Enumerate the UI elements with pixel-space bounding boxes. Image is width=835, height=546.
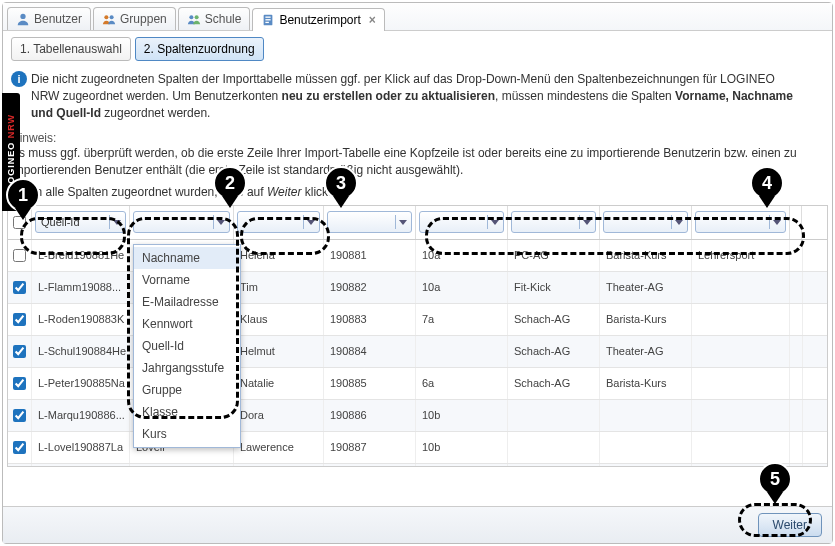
svg-rect-6	[266, 17, 271, 18]
data-rows[interactable]: L-Breid190881HeHelena19088110aPC-AGBaris…	[8, 240, 827, 466]
dropdown-item[interactable]: E-Mailadresse	[134, 291, 240, 313]
import-icon	[261, 13, 275, 27]
cell: L-Marqu190886...	[32, 400, 130, 431]
dropdown-item[interactable]: Vorname	[134, 269, 240, 291]
cell: 190888	[324, 464, 416, 466]
dropdown-item[interactable]: Nachname	[134, 247, 240, 269]
cell: Dora	[234, 400, 324, 431]
hint-label: Hinweis:	[11, 131, 832, 145]
cell: Theater-AG	[600, 272, 692, 303]
col-select-5[interactable]	[511, 211, 596, 233]
cell: Fit-Kick	[508, 272, 600, 303]
tab-label: Benutzerimport	[279, 13, 360, 27]
table-row[interactable]: L-Breid190881HeHelena19088110aPC-AGBaris…	[8, 240, 827, 272]
cell: Lehrersport	[692, 240, 790, 271]
side-tab-logineo[interactable]: LOGINEO NRW	[2, 93, 20, 211]
cell: L-Breid190881He	[32, 240, 130, 271]
cell: Lawerence	[234, 432, 324, 463]
cell: Schach-AG	[508, 368, 600, 399]
step-strip: 1. Tabellenauswahl 2. Spaltenzuordnung	[3, 31, 832, 67]
chevron-down-icon	[671, 215, 685, 229]
tab-strip: Benutzer Gruppen Schule Benutzerimport ×	[3, 3, 832, 31]
tab-label: Schule	[205, 12, 242, 26]
cell: L-Lovel190887La	[32, 432, 130, 463]
cell: Horn	[130, 464, 234, 466]
dropdown-item[interactable]: Gruppe	[134, 379, 240, 401]
cell	[692, 304, 790, 335]
row-checkbox[interactable]	[13, 377, 26, 390]
tab-label: Benutzer	[34, 12, 82, 26]
chevron-down-icon	[579, 215, 593, 229]
footer: Weiter	[3, 506, 832, 543]
step-2[interactable]: 2. Spaltenzuordnung	[135, 37, 264, 61]
step-1[interactable]: 1. Tabellenauswahl	[11, 37, 131, 61]
hint-body: Es muss ggf. überprüft werden, ob die er…	[3, 145, 832, 183]
dropdown-item[interactable]: Jahrgangsstufe	[134, 357, 240, 379]
cell	[692, 272, 790, 303]
table-row[interactable]: L-Schul190884HeHelmut190884Schach-AGThea…	[8, 336, 827, 368]
col-select-2[interactable]	[237, 211, 320, 233]
dropdown-item[interactable]: Klasse	[134, 401, 240, 423]
table-row[interactable]: L-Roden190883KKlaus1908837aSchach-AGBari…	[8, 304, 827, 336]
chevron-down-icon	[769, 215, 783, 229]
cell: 10a	[416, 240, 508, 271]
dropdown-item[interactable]: Kennwort	[134, 313, 240, 335]
table-row[interactable]: L-Lovel190887LaLovellLawerence19088710b	[8, 432, 827, 464]
cell: 190881	[324, 240, 416, 271]
cell: 190883	[324, 304, 416, 335]
table-row[interactable]: L-HornAnton1908888b	[8, 464, 827, 466]
row-checkbox[interactable]	[13, 249, 26, 262]
table-row[interactable]: L-Marqu190886...MarquardDora19088610b	[8, 400, 827, 432]
cell	[600, 432, 692, 463]
cell: L-Schul190884He	[32, 336, 130, 367]
cell: L-Peter190885Na	[32, 368, 130, 399]
side-tab-label: LOGINEO NRW	[6, 114, 16, 190]
col-select-dropdown[interactable]: NachnameVornameE-MailadresseKennwortQuel…	[133, 244, 241, 448]
cell: Klaus	[234, 304, 324, 335]
next-button[interactable]: Weiter	[758, 513, 822, 537]
col-select-label: Quell-Id	[41, 216, 80, 228]
row-checkbox[interactable]	[13, 409, 26, 422]
col-select-1[interactable]	[133, 211, 230, 233]
select-all-checkbox[interactable]	[13, 216, 26, 229]
tab-gruppen[interactable]: Gruppen	[93, 7, 176, 30]
col-select-6[interactable]	[603, 211, 688, 233]
import-table: Quell-Id L-Breid190881HeHelena19088110aP…	[7, 205, 828, 467]
cell	[600, 400, 692, 431]
svg-point-1	[104, 15, 108, 19]
cell: Theater-AG	[600, 336, 692, 367]
svg-point-4	[194, 15, 198, 19]
row-checkbox[interactable]	[13, 313, 26, 326]
tab-benutzer[interactable]: Benutzer	[7, 7, 91, 30]
cta-line: Wenn alle Spalten zugeordnet wurden, bit…	[3, 183, 832, 205]
table-row[interactable]: L-Peter190885NaNatalie1908856aSchach-AGB…	[8, 368, 827, 400]
dropdown-item[interactable]: Kurs	[134, 423, 240, 445]
cell: Barista-Kurs	[600, 304, 692, 335]
col-select-3[interactable]	[327, 211, 412, 233]
cell: 7a	[416, 304, 508, 335]
chevron-down-icon	[213, 215, 227, 229]
col-select-4[interactable]	[419, 211, 504, 233]
cell	[692, 368, 790, 399]
svg-rect-7	[266, 19, 271, 20]
tab-import[interactable]: Benutzerimport ×	[252, 8, 384, 31]
tab-schule[interactable]: Schule	[178, 7, 251, 30]
cell: Helena	[234, 240, 324, 271]
user-icon	[16, 12, 30, 26]
row-checkbox[interactable]	[13, 281, 26, 294]
table-row[interactable]: L-Flamm19088...Tim19088210aFit-KickTheat…	[8, 272, 827, 304]
row-checkbox[interactable]	[13, 441, 26, 454]
tab-label: Gruppen	[120, 12, 167, 26]
col-select-0[interactable]: Quell-Id	[35, 211, 126, 233]
cell	[508, 432, 600, 463]
cell: 8b	[416, 464, 508, 466]
cell: 190882	[324, 272, 416, 303]
cell	[508, 400, 600, 431]
close-icon[interactable]: ×	[369, 13, 376, 27]
chevron-down-icon	[109, 215, 123, 229]
cell: L-Flamm19088...	[32, 272, 130, 303]
cell: Barista-Kurs	[600, 240, 692, 271]
dropdown-item[interactable]: Quell-Id	[134, 335, 240, 357]
row-checkbox[interactable]	[13, 345, 26, 358]
col-select-7[interactable]	[695, 211, 786, 233]
